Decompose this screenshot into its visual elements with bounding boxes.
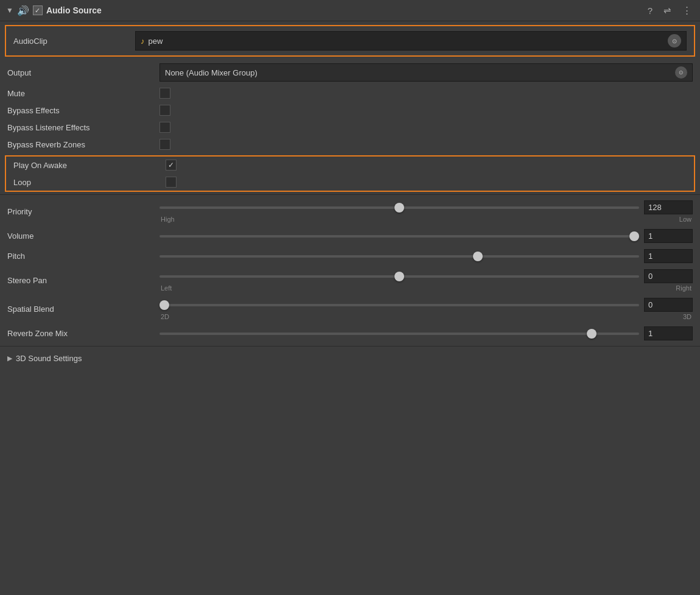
output-dropdown[interactable]: None (Audio Mixer Group) ⊙ (159, 63, 693, 82)
bypass-reverb-zones-row: Bypass Reverb Zones (0, 136, 700, 153)
volume-row: Volume (0, 226, 700, 246)
priority-track-row (159, 200, 693, 214)
stereo-pan-slider-container: Left Right (159, 269, 693, 292)
reverb-zone-mix-slider-container (159, 326, 693, 340)
reverb-zone-mix-row: Reverb Zone Mix (0, 323, 700, 343)
stereo-pan-label: Stereo Pan (7, 276, 159, 285)
volume-track-row (159, 229, 693, 243)
volume-slider-container (159, 229, 693, 243)
bypass-effects-checkbox[interactable] (159, 105, 170, 116)
panel-title: Audio Source (46, 5, 102, 15)
fold-icon[interactable]: ▼ (6, 6, 13, 15)
reverb-zone-mix-track-row (159, 326, 693, 340)
spatial-blend-sublabel-left: 2D (161, 313, 169, 320)
pitch-track-row (159, 249, 693, 263)
bypass-effects-label: Bypass Effects (7, 106, 159, 115)
context-menu-button[interactable]: ⋮ (680, 4, 694, 17)
stereo-pan-sublabels: Left Right (159, 284, 693, 292)
audioclip-row: AudioClip ♪ pew ⊙ (5, 25, 695, 57)
reverb-zone-mix-label: Reverb Zone Mix (7, 329, 159, 338)
sound-settings-arrow-icon: ▶ (7, 354, 12, 362)
pitch-row: Pitch (0, 246, 700, 266)
sound-settings-label: 3D Sound Settings (16, 354, 82, 363)
volume-number-input[interactable] (644, 229, 693, 243)
divider-2 (0, 346, 700, 347)
priority-number-input[interactable] (644, 200, 693, 214)
loop-checkbox[interactable] (166, 177, 177, 188)
loop-row: Loop (6, 174, 694, 191)
spatial-blend-track-row (159, 298, 693, 312)
volume-slider[interactable] (159, 235, 639, 238)
pitch-number-input[interactable] (644, 249, 693, 263)
reverb-zone-mix-slider[interactable] (159, 333, 639, 335)
priority-label: Priority (7, 207, 159, 216)
stereo-pan-sublabel-left: Left (161, 284, 172, 292)
audioclip-label: AudioClip (13, 37, 135, 46)
spatial-blend-row: Spatial Blend 2D 3D (0, 295, 700, 323)
panel-header: ▼ 🔊 Audio Source ? ⇌ ⋮ (0, 0, 700, 21)
bypass-effects-row: Bypass Effects (0, 102, 700, 119)
bypass-reverb-zones-checkbox[interactable] (159, 139, 170, 150)
output-value: None (Audio Mixer Group) ⊙ (159, 63, 693, 82)
mute-label: Mute (7, 89, 159, 98)
priority-slider[interactable] (159, 206, 639, 209)
loop-label: Loop (13, 178, 166, 187)
loop-value (166, 177, 687, 188)
pitch-label: Pitch (7, 252, 159, 261)
spatial-blend-number-input[interactable] (644, 298, 693, 312)
spatial-blend-slider-wrap (159, 300, 639, 311)
audioclip-value[interactable]: ♪ pew ⊙ (135, 31, 687, 51)
3d-sound-settings-row[interactable]: ▶ 3D Sound Settings (0, 349, 700, 368)
audioclip-select-button[interactable]: ⊙ (668, 34, 681, 48)
audio-source-panel: ▼ 🔊 Audio Source ? ⇌ ⋮ AudioClip ♪ pew ⊙… (0, 0, 700, 368)
spatial-blend-slider-container: 2D 3D (159, 298, 693, 320)
volume-slider-wrap (159, 231, 639, 242)
bypass-listener-effects-row: Bypass Listener Effects (0, 119, 700, 136)
spatial-blend-sublabels: 2D 3D (159, 313, 693, 320)
priority-sublabel-right: Low (679, 216, 691, 223)
panel-header-actions: ? ⇌ ⋮ (645, 4, 694, 17)
component-enabled-checkbox[interactable] (33, 5, 43, 15)
music-icon: ♪ (141, 37, 145, 46)
priority-slider-wrap (159, 202, 639, 213)
priority-row: Priority High Low (0, 197, 700, 226)
bypass-reverb-zones-value (159, 139, 693, 150)
spatial-blend-label: Spatial Blend (7, 305, 159, 314)
stereo-pan-track-row (159, 269, 693, 283)
stereo-pan-slider-wrap (159, 271, 639, 282)
spatial-blend-slider[interactable] (159, 304, 639, 306)
spatial-blend-sublabel-right: 3D (683, 313, 691, 320)
pitch-slider-wrap (159, 251, 639, 262)
bypass-effects-value (159, 105, 693, 116)
bypass-listener-effects-checkbox[interactable] (159, 122, 170, 133)
bypass-listener-effects-value (159, 122, 693, 133)
mute-checkbox[interactable] (159, 88, 170, 99)
priority-slider-container: High Low (159, 200, 693, 223)
bypass-listener-effects-label: Bypass Listener Effects (7, 123, 159, 132)
preset-button[interactable]: ⇌ (661, 4, 674, 17)
output-dropdown-value: None (Audio Mixer Group) (165, 68, 257, 77)
play-on-awake-checkbox[interactable] (166, 160, 177, 171)
stereo-pan-slider[interactable] (159, 275, 639, 278)
volume-label: Volume (7, 231, 159, 241)
audioclip-clip-name: pew (149, 37, 163, 46)
reverb-zone-mix-number-input[interactable] (644, 326, 693, 340)
bypass-reverb-zones-label: Bypass Reverb Zones (7, 140, 159, 149)
play-on-awake-row: Play On Awake (6, 157, 694, 174)
reverb-zone-mix-slider-wrap (159, 328, 639, 339)
divider-1 (0, 194, 700, 195)
priority-sublabel-left: High (161, 216, 175, 223)
stereo-pan-number-input[interactable] (644, 269, 693, 283)
output-select-button[interactable]: ⊙ (675, 66, 687, 79)
help-button[interactable]: ? (645, 4, 655, 17)
priority-sublabels: High Low (159, 216, 693, 223)
output-label: Output (7, 68, 159, 77)
pitch-slider[interactable] (159, 255, 639, 258)
play-on-awake-label: Play On Awake (13, 161, 166, 170)
speaker-icon: 🔊 (17, 5, 29, 16)
stereo-pan-sublabel-right: Right (676, 284, 691, 292)
play-loop-group: Play On Awake Loop (5, 155, 695, 192)
output-row: Output None (Audio Mixer Group) ⊙ (0, 60, 700, 85)
pitch-slider-container (159, 249, 693, 263)
stereo-pan-row: Stereo Pan Left Right (0, 266, 700, 295)
